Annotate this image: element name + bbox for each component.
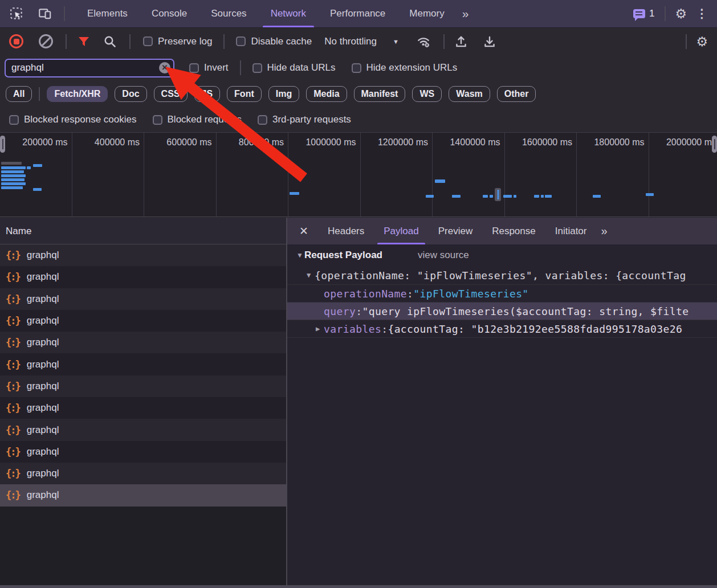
- filter-funnel-icon[interactable]: [77, 35, 91, 48]
- filter-chip-css[interactable]: CSS: [154, 86, 188, 102]
- issues-count[interactable]: 1: [649, 8, 654, 19]
- invert-checkbox[interactable]: [189, 63, 199, 73]
- filter-chip-js[interactable]: JS: [194, 86, 221, 102]
- preserve-log-label[interactable]: Preserve log: [158, 36, 212, 47]
- blocked-response-cookies-checkbox[interactable]: [9, 115, 19, 125]
- network-overview-timeline[interactable]: 200000 ms400000 ms600000 ms800000 ms1000…: [0, 132, 717, 217]
- tab-elements[interactable]: Elements: [75, 0, 140, 27]
- details-tab-preview[interactable]: Preview: [429, 218, 482, 244]
- view-source-link[interactable]: view source: [418, 250, 469, 261]
- more-details-tabs-icon[interactable]: »: [596, 224, 612, 238]
- third-party-requests-checkbox[interactable]: [258, 115, 267, 125]
- invert-label[interactable]: Invert: [204, 62, 229, 74]
- clear-network-log-icon[interactable]: [39, 34, 53, 48]
- inspect-element-icon[interactable]: [8, 5, 25, 22]
- request-row[interactable]: {:}graphql: [0, 353, 286, 375]
- resource-filter-chips: AllFetch/XHRDocCSSJSFontImgMediaManifest…: [0, 81, 717, 107]
- request-row[interactable]: {:}graphql: [0, 332, 286, 353]
- tab-performance[interactable]: Performance: [318, 0, 397, 27]
- timeline-left-handle[interactable]: [0, 136, 5, 153]
- blocked-requests-label[interactable]: Blocked requests: [168, 114, 242, 125]
- filter-input[interactable]: [5, 59, 174, 77]
- network-settings-gear-icon[interactable]: ⚙: [696, 33, 708, 50]
- throttling-select[interactable]: No throttling ▼: [324, 36, 399, 47]
- filter-chip-media[interactable]: Media: [306, 86, 347, 102]
- record-network-log-icon[interactable]: [9, 34, 23, 48]
- disable-cache-label[interactable]: Disable cache: [251, 36, 312, 47]
- filter-chip-font[interactable]: Font: [227, 86, 262, 102]
- timeline-right-handle[interactable]: [712, 136, 717, 153]
- close-icon[interactable]: ✕: [295, 223, 312, 240]
- tab-network[interactable]: Network: [259, 0, 318, 27]
- more-panels-icon[interactable]: »: [457, 0, 475, 27]
- request-name-label: graphql: [27, 424, 59, 436]
- request-row[interactable]: {:}graphql: [0, 419, 286, 440]
- request-row[interactable]: {:}graphql: [0, 266, 286, 288]
- request-timing-bar: [1, 162, 22, 165]
- request-timing-bar: [435, 179, 445, 183]
- divider: [240, 60, 241, 75]
- hide-data-urls-checkbox[interactable]: [252, 63, 262, 73]
- blocked-response-cookies-label[interactable]: Blocked response cookies: [24, 114, 137, 125]
- request-row[interactable]: {:}graphql: [0, 288, 286, 310]
- details-tab-headers[interactable]: Headers: [318, 218, 374, 244]
- timeline-tick: 1000000 ms: [288, 133, 361, 217]
- request-row[interactable]: {:}graphql: [0, 463, 286, 484]
- filter-chip-all[interactable]: All: [6, 86, 32, 102]
- caret-down-icon[interactable]: ▼: [307, 271, 315, 279]
- import-har-icon[interactable]: [454, 34, 469, 49]
- divider: [129, 34, 131, 49]
- name-column-header[interactable]: Name: [0, 218, 286, 244]
- hide-extension-urls-checkbox[interactable]: [352, 63, 361, 73]
- request-row[interactable]: {:}graphql: [0, 244, 286, 266]
- details-tab-response[interactable]: Response: [482, 218, 545, 244]
- caret-down-icon[interactable]: ▼: [296, 251, 304, 259]
- details-tab-payload[interactable]: Payload: [374, 218, 428, 244]
- filter-chip-ws[interactable]: WS: [412, 86, 442, 102]
- search-icon[interactable]: [103, 35, 117, 48]
- tab-sources[interactable]: Sources: [199, 0, 258, 27]
- request-timing-bar: [646, 193, 654, 196]
- disable-cache-checkbox[interactable]: [236, 36, 246, 46]
- payload-root-preview[interactable]: ▼ {operationName: "ipFlowTimeseries", va…: [287, 266, 717, 285]
- payload-key: variables: [324, 323, 381, 335]
- request-payload-section-header: ▼ Request Payload view source: [287, 244, 717, 266]
- request-row[interactable]: {:}graphql: [0, 375, 286, 397]
- third-party-requests-label[interactable]: 3rd-party requests: [272, 114, 351, 125]
- request-name-label: graphql: [27, 446, 59, 458]
- caret-right-icon[interactable]: ▶: [316, 325, 324, 333]
- timeline-tick: 2000000 ms: [649, 133, 717, 217]
- preserve-log-checkbox[interactable]: [143, 36, 153, 46]
- request-timing-bar: [534, 195, 539, 198]
- hide-data-urls-label[interactable]: Hide data URLs: [267, 62, 336, 74]
- divider: [64, 6, 65, 21]
- export-har-icon[interactable]: [482, 34, 497, 49]
- filter-chip-wasm[interactable]: Wasm: [449, 86, 490, 102]
- topbar-right-group: 1 ⚙ ⋮: [633, 5, 717, 22]
- request-row[interactable]: {:}graphql: [0, 484, 286, 506]
- payload-value: "query ipFlowTimeseries($accountTag: str…: [362, 305, 689, 317]
- clear-filter-icon[interactable]: ✕: [159, 62, 170, 74]
- tab-console[interactable]: Console: [140, 0, 199, 27]
- more-options-icon[interactable]: ⋮: [696, 7, 708, 21]
- device-toolbar-icon[interactable]: [36, 5, 54, 22]
- payload-row-query[interactable]: query: "query ipFlowTimeseries($accountT…: [287, 303, 717, 320]
- hide-extension-urls-label[interactable]: Hide extension URLs: [366, 62, 458, 74]
- blocked-requests-checkbox[interactable]: [153, 115, 162, 125]
- tab-memory[interactable]: Memory: [397, 0, 456, 27]
- payload-row-operationname[interactable]: operationName: "ipFlowTimeseries": [287, 285, 717, 303]
- issues-bubble-icon[interactable]: [633, 9, 645, 18]
- filter-chip-fetch-xhr[interactable]: Fetch/XHR: [47, 86, 108, 102]
- request-row[interactable]: {:}graphql: [0, 397, 286, 419]
- request-row[interactable]: {:}graphql: [0, 441, 286, 463]
- details-tab-initiator[interactable]: Initiator: [545, 218, 597, 244]
- filter-chip-img[interactable]: Img: [268, 86, 299, 102]
- filter-chip-manifest[interactable]: Manifest: [354, 86, 406, 102]
- network-conditions-icon[interactable]: [416, 34, 431, 49]
- request-name-label: graphql: [27, 402, 59, 414]
- payload-row-variables[interactable]: ▶variables: {accountTag: "b12e3b2192ee55…: [287, 320, 717, 338]
- filter-chip-other[interactable]: Other: [497, 86, 536, 102]
- request-row[interactable]: {:}graphql: [0, 310, 286, 332]
- settings-gear-icon[interactable]: ⚙: [675, 5, 687, 22]
- filter-chip-doc[interactable]: Doc: [115, 86, 146, 102]
